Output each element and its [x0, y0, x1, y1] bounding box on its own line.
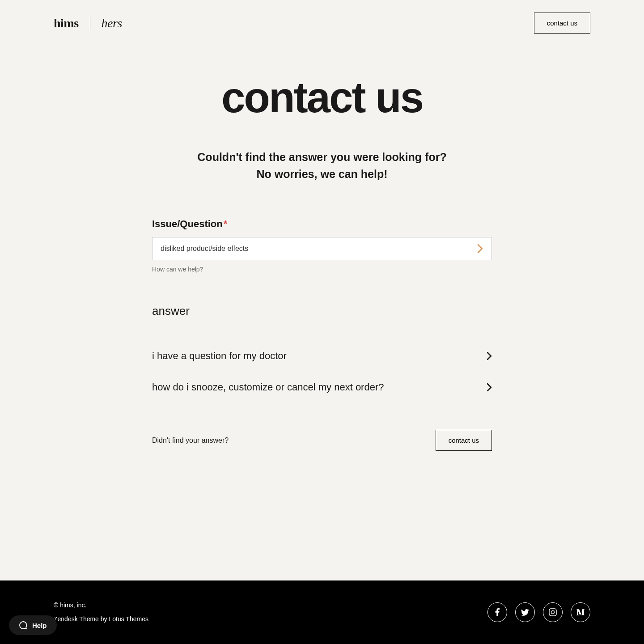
- select-value: disliked product/side effects: [161, 245, 248, 252]
- svg-rect-0: [549, 609, 556, 616]
- logo-divider: [90, 17, 90, 30]
- answer-footer: Didn't find your answer? contact us: [152, 430, 492, 451]
- svg-point-1: [551, 611, 555, 614]
- svg-point-2: [555, 610, 555, 611]
- header: hims hers contact us: [0, 0, 644, 46]
- hero-section: contact us Couldn't find the answer you …: [0, 46, 644, 218]
- chevron-right-icon: [487, 352, 492, 360]
- copyright: © hims, inc.: [54, 598, 148, 612]
- social-icons: [487, 602, 590, 622]
- required-star-icon: *: [224, 218, 228, 230]
- accordion-label: how do i snooze, customize or cancel my …: [152, 381, 384, 393]
- accordion-label: i have a question for my doctor: [152, 350, 287, 362]
- logo-hims: hims: [54, 16, 79, 30]
- hero-subtitle-line2: No worries, we can help!: [256, 168, 387, 180]
- accordion-item-doctor-question[interactable]: i have a question for my doctor: [152, 340, 492, 372]
- contact-us-footer-button[interactable]: contact us: [436, 430, 492, 451]
- answer-footer-text: Didn't find your answer?: [152, 436, 229, 445]
- footer: © hims, inc. Zendesk Theme by Lotus Them…: [0, 580, 644, 644]
- theme-credit[interactable]: Zendesk Theme by Lotus Themes: [54, 612, 148, 626]
- hero-subtitle: Couldn't find the answer you were lookin…: [0, 149, 644, 182]
- help-widget-label: Help: [32, 622, 47, 629]
- facebook-icon[interactable]: [487, 602, 507, 622]
- help-widget-button[interactable]: Help: [9, 615, 57, 635]
- issue-question-select[interactable]: disliked product/side effects: [152, 237, 492, 260]
- footer-text: © hims, inc. Zendesk Theme by Lotus Them…: [54, 598, 148, 626]
- chevron-right-icon: [487, 383, 492, 391]
- page-title: contact us: [0, 73, 644, 122]
- hero-subtitle-line1: Couldn't find the answer you were lookin…: [197, 151, 446, 163]
- contact-us-header-button[interactable]: contact us: [534, 13, 590, 34]
- logo-hers: hers: [102, 16, 122, 30]
- logo-group[interactable]: hims hers: [54, 16, 122, 30]
- helper-text: How can we help?: [152, 266, 492, 273]
- twitter-icon[interactable]: [515, 602, 535, 622]
- chevron-right-icon: [477, 244, 483, 253]
- answer-title: answer: [152, 304, 492, 318]
- form-section: Issue/Question * disliked product/side e…: [143, 218, 501, 487]
- issue-question-label: Issue/Question *: [152, 218, 492, 230]
- medium-icon[interactable]: [571, 602, 590, 622]
- accordion-item-snooze-order[interactable]: how do i snooze, customize or cancel my …: [152, 372, 492, 403]
- chat-icon: [19, 621, 28, 630]
- instagram-icon[interactable]: [543, 602, 563, 622]
